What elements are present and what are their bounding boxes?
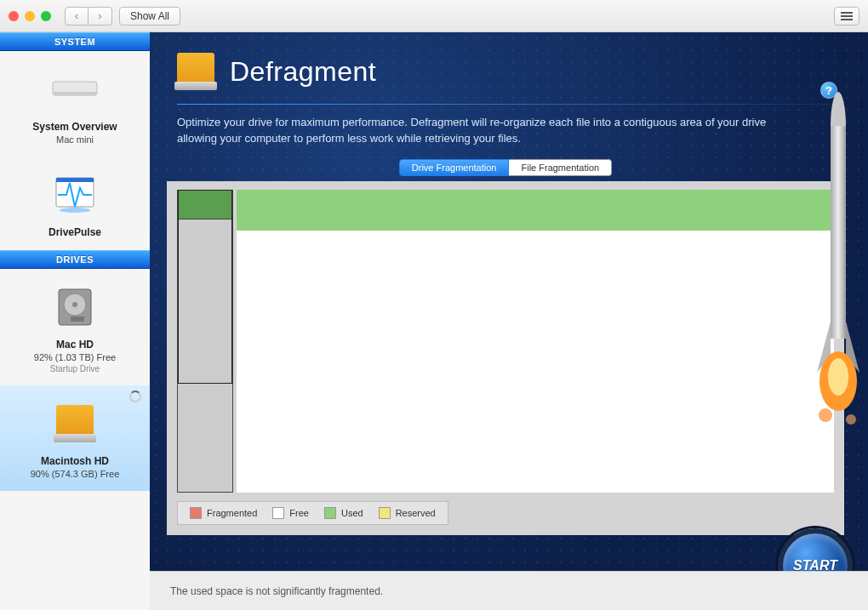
page-description: Optimize your drive for maximum performa… bbox=[177, 115, 790, 147]
fragmentation-minimap[interactable] bbox=[177, 190, 233, 493]
legend-reserved: Reserved bbox=[379, 507, 436, 519]
sidebar-item-sublabel: 90% (574.3 GB) Free bbox=[7, 469, 143, 479]
window-toolbar: ‹ › Show All bbox=[0, 0, 868, 32]
external-drive-icon bbox=[48, 401, 102, 447]
page-title: Defragment bbox=[230, 56, 376, 88]
sidebar-item-label: System Overview bbox=[7, 121, 143, 133]
map-used-region bbox=[237, 190, 834, 231]
divider bbox=[177, 104, 834, 105]
sidebar-item-label: DrivePulse bbox=[7, 226, 143, 238]
show-all-button[interactable]: Show All bbox=[119, 7, 180, 26]
back-button[interactable]: ‹ bbox=[65, 7, 89, 26]
legend: Fragmented Free Used Reserved bbox=[177, 501, 448, 525]
sidebar-item-sublabel: 92% (1.03 TB) Free bbox=[7, 352, 143, 362]
sidebar-item-sublabel: Mac mini bbox=[7, 134, 143, 145]
sidebar-item-sublabel2: Startup Drive bbox=[7, 364, 143, 373]
svg-point-4 bbox=[60, 208, 90, 213]
fragmentation-tabs: Drive Fragmentation File Fragmentation bbox=[177, 159, 834, 176]
external-drive-icon bbox=[177, 53, 214, 90]
close-window-button[interactable] bbox=[9, 11, 19, 21]
svg-rect-2 bbox=[56, 178, 94, 207]
forward-button[interactable]: › bbox=[89, 7, 112, 26]
legend-used: Used bbox=[324, 507, 363, 519]
main-content: Defragment ? Optimize your drive for max… bbox=[150, 32, 868, 610]
zoom-window-button[interactable] bbox=[41, 11, 51, 21]
minimap-viewport bbox=[178, 190, 232, 384]
list-view-button[interactable] bbox=[834, 7, 859, 26]
page-header: Defragment ? Optimize your drive for max… bbox=[150, 32, 868, 176]
svg-rect-1 bbox=[53, 92, 97, 95]
legend-free: Free bbox=[272, 507, 309, 519]
tab-file-fragmentation[interactable]: File Fragmentation bbox=[509, 159, 612, 176]
svg-point-7 bbox=[72, 302, 77, 307]
legend-fragmented: Fragmented bbox=[190, 507, 257, 519]
status-bar: The used space is not significantly frag… bbox=[150, 571, 868, 610]
sidebar-item-drivepulse[interactable]: DrivePulse bbox=[0, 157, 150, 250]
sidebar-item-label: Mac HD bbox=[7, 339, 143, 351]
fragmentation-panel: Fragmented Free Used Reserved bbox=[167, 181, 844, 535]
nav-buttons: ‹ › bbox=[65, 7, 112, 26]
svg-rect-8 bbox=[71, 316, 84, 322]
minimize-window-button[interactable] bbox=[25, 11, 35, 21]
section-header-drives: DRIVES bbox=[0, 250, 150, 269]
sidebar-item-system-overview[interactable]: System Overview Mac mini bbox=[0, 51, 150, 157]
sidebar-item-mac-hd[interactable]: Mac HD 92% (1.03 TB) Free Startup Drive bbox=[0, 269, 150, 385]
fragmentation-map[interactable] bbox=[237, 190, 834, 493]
sidebar-item-macintosh-hd[interactable]: Macintosh HD 90% (574.3 GB) Free bbox=[0, 385, 150, 491]
drivepulse-icon bbox=[48, 172, 102, 218]
mac-mini-icon bbox=[48, 66, 102, 112]
sidebar-item-label: Macintosh HD bbox=[7, 455, 143, 467]
section-header-system: SYSTEM bbox=[0, 32, 150, 51]
internal-drive-icon bbox=[48, 284, 102, 330]
status-text: The used space is not significantly frag… bbox=[170, 585, 383, 597]
sidebar: SYSTEM System Overview Mac mini DrivePul… bbox=[0, 32, 150, 610]
loading-spinner-icon bbox=[129, 391, 141, 402]
help-button[interactable]: ? bbox=[820, 82, 837, 99]
svg-rect-3 bbox=[56, 178, 94, 182]
tab-drive-fragmentation[interactable]: Drive Fragmentation bbox=[399, 159, 510, 176]
traffic-lights bbox=[9, 11, 51, 21]
